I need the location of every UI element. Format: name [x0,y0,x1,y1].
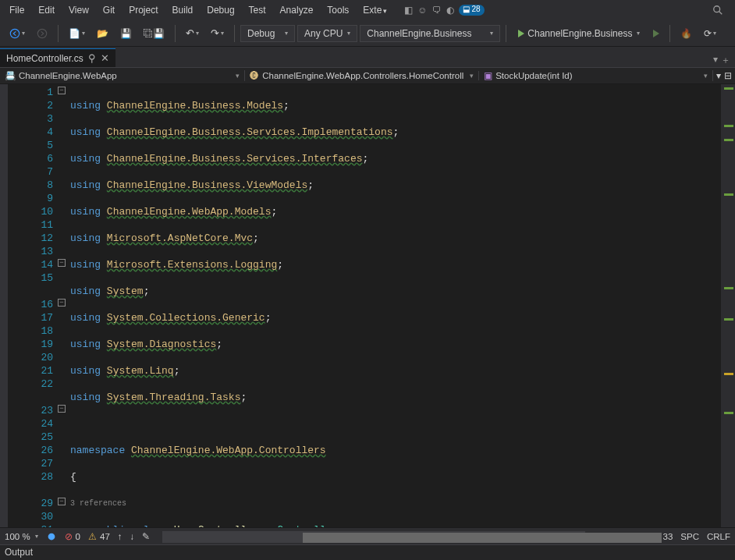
menu-test[interactable]: Test [243,2,272,18]
menu-git[interactable]: Git [97,2,121,18]
warning-count[interactable]: ⚠ 47 [88,531,110,542]
svg-point-4 [48,533,55,540]
editor-marker-bar[interactable] [721,84,735,527]
editor-status-row: 100 % ▾ ⊘ 0 ⚠ 47 ↑ ↓ ✎ ▶ Ln: 41 Ch: 33 S… [0,527,735,544]
maximize-editor-button[interactable]: ⊟ [724,70,732,81]
fold-toggle[interactable]: − [58,259,66,267]
menu-build[interactable]: Build [166,2,200,18]
tab-label: HomeController.cs [6,53,83,64]
output-title: Output [5,547,33,558]
tab-add-button[interactable]: ＋ [721,54,730,67]
codelens-link[interactable]: 3 references [70,497,126,510]
fold-toggle[interactable]: − [58,405,66,413]
menu-edit[interactable]: Edit [32,2,61,18]
class-icon: 🅒 [250,71,259,80]
nav-next-issue[interactable]: ↓ [130,532,135,541]
redo-button[interactable]: ▾ [206,24,229,42]
health-indicator[interactable] [46,531,57,542]
editor: 12345 678910 1112131415 16171819 202122 … [0,84,735,527]
method-icon: ▣ [484,70,492,81]
refresh-button[interactable]: ⟳▾ [699,25,721,42]
document-tab[interactable]: HomeController.cs ⚲ ✕ [0,48,115,67]
platform-dropdown[interactable]: Any CPU▾ [297,25,357,42]
close-icon[interactable]: ✕ [101,52,109,64]
menu-analyze[interactable]: Analyze [274,2,320,18]
fold-toggle[interactable]: − [58,498,66,505]
feedback-icon[interactable]: ☺ [417,5,427,16]
scrollbar-thumb[interactable] [303,533,662,543]
horizontal-scrollbar[interactable] [162,530,585,543]
save-all-button[interactable]: ⿻💾 [139,25,169,42]
svg-line-1 [719,12,723,15]
svg-point-3 [37,29,46,37]
nav-class-dropdown[interactable]: 🅒 ChannelEngine.WebApp.Controllers.HomeC… [245,71,479,80]
undo-button[interactable]: ▾ [181,24,204,42]
editor-left-margin [0,84,8,527]
new-item-button[interactable]: 📄▾ [64,25,90,42]
tab-overflow-button[interactable]: ▾ [713,54,718,67]
badge-count[interactable]: ⬓ 28 [459,5,485,16]
nav-project-dropdown[interactable]: 📇 ChannelEngine.WebApp▾ [0,70,245,81]
menu-view[interactable]: View [62,2,95,18]
svg-point-0 [714,6,720,12]
menu-extensions[interactable]: Exte▾ [357,2,393,18]
toolbar: ▾ 📄▾ 📂 💾 ⿻💾 ▾ ▾ Debug▾ Any CPU▾ ChannelE… [0,20,735,47]
document-tab-bar: HomeController.cs ⚲ ✕ ▾ ＋ [0,47,735,67]
output-panel[interactable]: Output [0,544,735,560]
nav-back-button[interactable]: ▾ [5,25,30,42]
menu-file[interactable]: File [3,2,30,18]
hot-reload-button[interactable]: 🔥 [676,25,697,42]
menu-debug[interactable]: Debug [201,2,240,18]
nav-prev-issue[interactable]: ↑ [118,532,123,541]
notifications-icon[interactable]: 🗨 [432,5,442,16]
navigation-bar: 📇 ChannelEngine.WebApp▾ 🅒 ChannelEngine.… [0,67,735,84]
svg-point-2 [10,29,19,37]
menu-bar: File Edit View Git Project Build Debug T… [0,0,735,20]
start-debug-button[interactable]: ChannelEngine.Business ▾ [512,26,646,41]
menu-project[interactable]: Project [123,2,164,18]
preview-feature-icon[interactable]: ◧ [404,5,413,16]
play-icon [518,30,524,37]
nav-member-dropdown[interactable]: ▣ StockUpdate(int Id)▾ [479,70,713,81]
line-number-gutter: 12345 678910 1112131415 16171819 202122 … [8,84,70,527]
startup-project-dropdown[interactable]: ChannelEngine.Business▾ [360,25,500,42]
menu-tools[interactable]: Tools [321,2,355,18]
error-count[interactable]: ⊘ 0 [65,531,80,542]
fold-toggle[interactable]: − [58,87,66,94]
fold-toggle[interactable]: − [58,299,66,307]
github-icon[interactable]: ◐ [446,5,454,16]
start-without-debug-button[interactable] [648,27,664,41]
indent-indicator[interactable]: SPC [680,532,699,541]
split-editor-button[interactable]: ▾ [716,70,721,81]
line-ending-indicator[interactable]: CRLF [707,532,730,541]
tools-button[interactable]: ✎ [142,531,150,542]
project-icon: 📇 [5,70,16,81]
search-icon[interactable] [710,2,726,18]
save-button[interactable]: 💾 [115,25,137,42]
nav-forward-button [32,25,52,42]
pin-icon[interactable]: ⚲ [88,52,96,64]
code-text-area[interactable]: using ChannelEngine.Business.Models; usi… [70,84,721,527]
configuration-dropdown[interactable]: Debug▾ [240,25,295,42]
zoom-dropdown[interactable]: 100 % ▾ [5,532,38,541]
open-file-button[interactable]: 📂 [92,25,113,42]
